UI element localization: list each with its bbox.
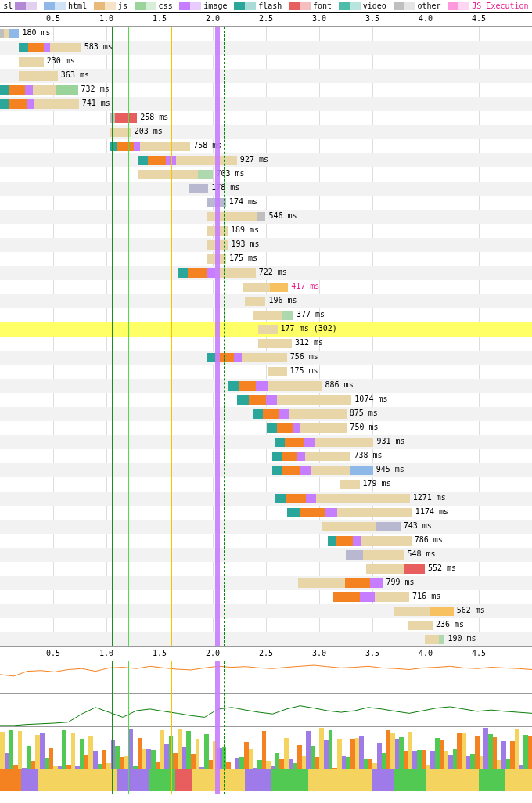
marker-onLoad (365, 661, 365, 794)
legend-video: video (339, 2, 386, 10)
request-row[interactable]: 927 ms (0, 153, 532, 167)
request-row[interactable]: 743 ms (0, 520, 532, 534)
request-row[interactable]: 175 ms (0, 252, 532, 266)
marker-domInteractive (128, 27, 129, 646)
duration-label: 189 ms (231, 225, 259, 234)
duration-label: 741 ms (82, 99, 110, 107)
request-row[interactable]: 716 ms (0, 590, 532, 604)
legend-flash: flash (234, 2, 282, 10)
duration-label: 703 ms (216, 169, 244, 178)
legend-font: font (289, 2, 332, 10)
duration-label: 417 ms (291, 282, 319, 290)
duration-label: 190 ms (448, 634, 476, 643)
axis-top: 0.51.01.52.02.53.03.54.04.5 (0, 13, 532, 27)
duration-label: 886 ms (325, 380, 354, 389)
duration-label: 230 ms (47, 56, 75, 65)
request-row[interactable]: 175 ms (0, 365, 532, 379)
request-row[interactable]: 738 ms (0, 449, 532, 463)
duration-label: 756 ms (290, 352, 318, 361)
request-row[interactable]: 552 ms (0, 562, 532, 576)
request-row[interactable]: 546 ms (0, 210, 532, 224)
request-row[interactable]: 931 ms (0, 435, 532, 449)
duration-label: 312 ms (295, 338, 323, 347)
duration-label: 193 ms (231, 239, 259, 248)
duration-label: 258 ms (140, 113, 168, 121)
duration-label: 799 ms (386, 578, 414, 586)
marker-loadEvent (215, 27, 220, 646)
bandwidth (0, 694, 532, 727)
duration-label: 1271 ms (413, 493, 446, 502)
marker-domInteractive (128, 661, 129, 794)
duration-label: 1074 ms (354, 394, 387, 403)
legend-css: css (135, 2, 173, 10)
request-row[interactable]: 758 ms (0, 139, 532, 153)
duration-label: 236 ms (436, 620, 464, 628)
request-row[interactable]: 417 ms (0, 280, 532, 294)
marker-startRender (112, 661, 113, 794)
request-row[interactable]: 179 ms (0, 477, 532, 492)
request-row[interactable]: 703 ms (0, 167, 532, 182)
request-row[interactable]: 799 ms (0, 576, 532, 590)
request-row[interactable]: 583 ms (0, 41, 532, 55)
duration-label: 931 ms (376, 437, 404, 445)
request-row[interactable]: 756 ms (0, 351, 532, 365)
request-row[interactable]: 193 ms (0, 238, 532, 252)
request-row[interactable]: 786 ms (0, 534, 532, 548)
waterfall-chart: 180 ms583 ms230 ms363 ms732 ms741 ms258 … (0, 27, 532, 646)
resource-timeline (0, 769, 532, 791)
duration-label: 363 ms (61, 70, 89, 79)
request-row[interactable]: 1271 ms (0, 492, 532, 506)
duration-label: 196 ms (268, 296, 297, 304)
duration-label: 583 ms (84, 42, 113, 51)
duration-label: 175 ms (229, 254, 257, 262)
marker-domContentLoaded (171, 27, 172, 646)
request-row[interactable]: 177 ms (302) (0, 322, 532, 337)
request-row[interactable]: 750 ms (0, 421, 532, 435)
request-row[interactable]: 178 ms (0, 182, 532, 196)
legend-image: image (179, 2, 227, 10)
duration-label: 377 ms (297, 310, 325, 319)
duration-label: 750 ms (350, 423, 378, 431)
legend-js: js (94, 2, 128, 10)
request-row[interactable]: 945 ms (0, 463, 532, 477)
request-row[interactable]: 377 ms (0, 308, 532, 322)
request-row[interactable]: 190 ms (0, 632, 532, 646)
request-row[interactable]: 196 ms (0, 294, 532, 308)
duration-label: 722 ms (259, 268, 287, 276)
request-row[interactable]: 363 ms (0, 69, 532, 83)
duration-label: 174 ms (229, 197, 257, 206)
duration-label: 546 ms (268, 211, 297, 220)
cpu-panel (0, 661, 532, 794)
request-row[interactable]: 230 ms (0, 55, 532, 69)
marker-domContentLoaded (171, 661, 172, 794)
request-row[interactable]: 180 ms (0, 27, 532, 41)
request-row[interactable]: 258 ms (0, 111, 532, 125)
request-row[interactable]: 203 ms (0, 125, 532, 139)
request-row[interactable]: 562 ms (0, 604, 532, 618)
duration-label: 1174 ms (415, 507, 448, 516)
request-row[interactable]: 174 ms (0, 196, 532, 210)
request-row[interactable]: 732 ms (0, 83, 532, 97)
duration-label: 175 ms (290, 366, 318, 375)
request-row[interactable]: 722 ms (0, 266, 532, 280)
duration-label: 875 ms (350, 409, 378, 417)
request-row[interactable]: 875 ms (0, 407, 532, 421)
request-row[interactable]: 741 ms (0, 97, 532, 111)
main-thread (0, 727, 532, 769)
request-row[interactable]: 886 ms (0, 379, 532, 393)
legend-JS Execution: JS Execution (448, 2, 528, 10)
marker-firstPaint (224, 27, 225, 646)
duration-label: 180 ms (22, 28, 50, 37)
request-row[interactable]: 1174 ms (0, 506, 532, 520)
legend: slhtmljscssimageflashfontvideootherJS Ex… (0, 0, 532, 13)
request-row[interactable]: 1074 ms (0, 393, 532, 407)
duration-label: 738 ms (354, 451, 383, 459)
request-row[interactable]: 189 ms (0, 224, 532, 238)
legend-html: html (44, 2, 87, 10)
duration-label: 179 ms (363, 479, 391, 488)
duration-label: 743 ms (404, 521, 432, 530)
request-row[interactable]: 548 ms (0, 548, 532, 562)
request-row[interactable]: 236 ms (0, 618, 532, 632)
marker-startRender (112, 27, 113, 646)
request-row[interactable]: 312 ms (0, 337, 532, 351)
